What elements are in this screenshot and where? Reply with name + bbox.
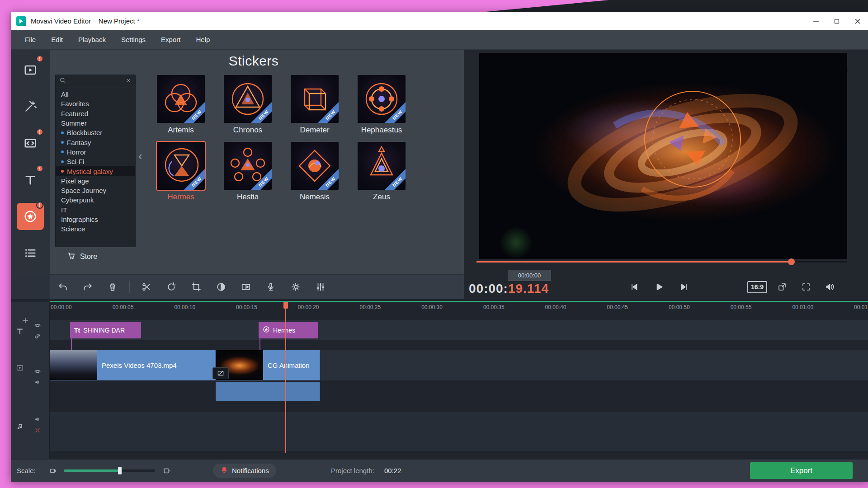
rotate-icon [166, 282, 176, 292]
redo-button[interactable] [78, 278, 97, 296]
detach-player-button[interactable] [773, 278, 791, 296]
category-sci-fi[interactable]: Sci-Fi [56, 157, 135, 166]
ruler-label: 00:00:50 [669, 304, 690, 310]
magic-wand-icon [24, 100, 37, 113]
menu-help[interactable]: Help [188, 30, 217, 50]
video-clip[interactable]: CG Animation [216, 350, 320, 380]
maximize-button[interactable] [826, 12, 847, 30]
tools-button[interactable] [311, 278, 330, 296]
transition-button[interactable] [236, 278, 255, 296]
sidebar-item-filters[interactable] [11, 88, 50, 125]
seek-handle[interactable] [788, 258, 795, 265]
next-frame-button[interactable] [675, 278, 693, 296]
category-space-journey[interactable]: Space Journey [56, 186, 135, 195]
sticker-demeter[interactable]: NEW [291, 75, 339, 123]
clear-search-icon[interactable] [125, 77, 132, 85]
volume-button[interactable] [821, 278, 839, 296]
properties-button[interactable] [286, 278, 305, 296]
category-science[interactable]: Science [56, 224, 135, 234]
sticker-clip[interactable]: Hermes [259, 322, 318, 338]
fullscreen-button[interactable] [797, 278, 815, 296]
scale-slider[interactable] [64, 469, 155, 472]
sidebar-item-titles[interactable]: ! [11, 161, 50, 198]
linked-audio-block[interactable] [216, 382, 320, 401]
preview-video-frame: ? [479, 53, 847, 259]
bell-icon [220, 466, 228, 475]
eye-icon[interactable] [34, 322, 41, 329]
sticker-cell: NEWHestia [224, 142, 272, 202]
record-button[interactable] [261, 278, 280, 296]
timeline-ruler[interactable]: 00:00:0000:00:0500:00:1000:00:1500:00:20… [50, 302, 868, 313]
prev-frame-button[interactable] [625, 278, 643, 296]
zoom-in-tracks-icon[interactable] [163, 467, 171, 475]
menu-settings[interactable]: Settings [113, 30, 153, 50]
project-length-label: Project length: [331, 467, 374, 474]
crop-button[interactable] [187, 278, 206, 296]
undo-button[interactable] [53, 278, 72, 296]
sticker-label: Hephaestus [361, 126, 402, 135]
sidebar-item-stickers[interactable]: ! [11, 198, 50, 235]
playhead-handle[interactable] [283, 302, 288, 309]
eye-icon[interactable] [34, 368, 41, 375]
title-clip[interactable]: Tt SHINING DAR [70, 322, 141, 338]
titles-track[interactable] [50, 320, 868, 340]
category-favorites[interactable]: Favorites [56, 99, 135, 108]
export-button[interactable]: Export [750, 462, 853, 479]
category-summer[interactable]: Summer [56, 118, 135, 128]
category-pixel-age[interactable]: Pixel age [56, 176, 135, 186]
speaker-icon[interactable] [34, 416, 41, 423]
minimize-button[interactable] [806, 12, 826, 30]
sticker-hephaestus[interactable]: NEW [358, 75, 406, 123]
zoom-out-tracks-icon[interactable] [49, 467, 57, 475]
store-button[interactable]: Store [67, 251, 97, 262]
close-button[interactable] [847, 12, 868, 30]
category-all[interactable]: All [56, 89, 135, 99]
menu-file[interactable]: File [17, 30, 43, 50]
video-clip[interactable]: Pexels Videos 4703.mp4 [50, 350, 216, 380]
scale-slider-handle[interactable] [118, 467, 122, 474]
menu-playback[interactable]: Playback [71, 30, 113, 50]
link-icon[interactable] [34, 333, 41, 340]
sidebar-item-media[interactable]: ! [11, 52, 50, 88]
transition-marker[interactable] [212, 367, 229, 379]
seek-bar[interactable] [476, 259, 847, 265]
sticker-zeus[interactable]: NEW [358, 142, 406, 190]
sidebar-item-more-tools[interactable] [11, 235, 50, 271]
category-it[interactable]: IT [56, 205, 135, 215]
search-row[interactable] [56, 75, 135, 88]
sticker-artemis[interactable]: NEW [157, 75, 205, 123]
sticker-chronos[interactable]: NEW [224, 75, 272, 123]
cart-icon [67, 251, 76, 260]
search-icon [59, 77, 66, 84]
category-fantasy[interactable]: Fantasy [56, 137, 135, 147]
menu-export[interactable]: Export [153, 30, 188, 50]
category-dot [61, 160, 64, 163]
add-track-button[interactable] [21, 316, 29, 324]
rotate-button[interactable] [162, 278, 181, 296]
category-featured[interactable]: Featured [56, 109, 135, 118]
video-clip-label: CG Animation [263, 361, 314, 369]
aspect-ratio-button[interactable]: 16:9 [747, 281, 767, 293]
sticker-nemesis[interactable]: NEW [291, 142, 339, 190]
eye-icon [34, 322, 41, 329]
speaker-icon[interactable] [34, 379, 41, 386]
category-infographics[interactable]: Infographics [56, 215, 135, 224]
collapse-panel-icon[interactable]: ‹ [138, 150, 142, 162]
play-button[interactable] [650, 278, 668, 296]
unlink-audio-icon[interactable] [34, 427, 41, 434]
sticker-hestia[interactable]: NEW [224, 142, 272, 190]
color-button[interactable] [212, 278, 231, 296]
audio-track[interactable] [50, 412, 868, 451]
sidebar-item-transitions[interactable]: ! [11, 125, 50, 161]
category-mystical-galaxy[interactable]: Mystical galaxy [56, 166, 135, 176]
playhead[interactable] [285, 302, 286, 453]
transition-icon [241, 282, 251, 292]
menu-edit[interactable]: Edit [43, 30, 71, 50]
category-cyberpunk[interactable]: Cyberpunk [56, 195, 135, 205]
category-horror[interactable]: Horror [56, 147, 135, 157]
delete-button[interactable] [103, 278, 122, 296]
cut-button[interactable] [137, 278, 156, 296]
category-blockbuster[interactable]: Blockbuster [56, 128, 135, 137]
notifications-button[interactable]: Notifications [213, 464, 276, 478]
sticker-hermes[interactable]: NEW [157, 142, 205, 190]
